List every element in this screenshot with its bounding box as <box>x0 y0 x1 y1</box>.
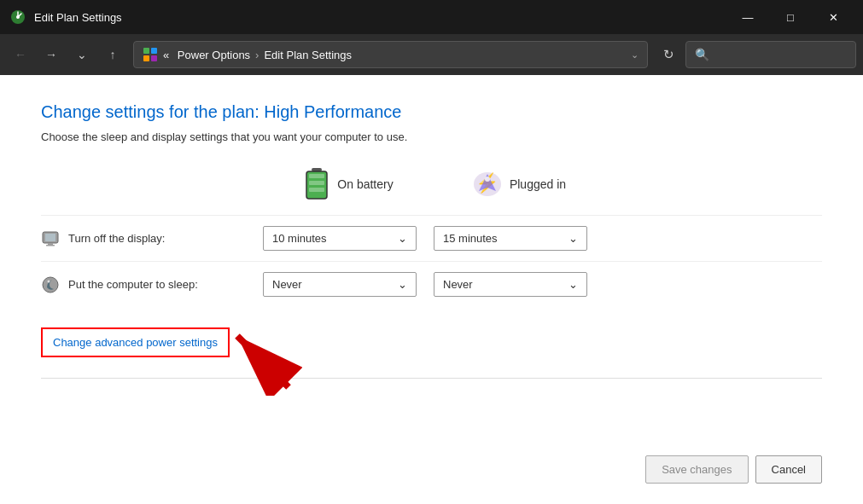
display-plugged-select[interactable]: 15 minutes ⌄ <box>434 226 587 251</box>
svg-rect-16 <box>48 243 53 245</box>
search-icon: 🔍 <box>695 48 709 61</box>
breadcrumb-separator-left: « <box>163 49 172 61</box>
refresh-button[interactable]: ↻ <box>655 41 682 68</box>
column-headers: On battery ⚡ Plugged in <box>41 167 822 215</box>
battery-icon <box>303 167 330 201</box>
back-button[interactable]: ← <box>7 41 34 68</box>
display-battery-select[interactable]: 10 minutes ⌄ <box>263 226 417 251</box>
sleep-battery-select[interactable]: Never ⌄ <box>263 272 417 297</box>
sleep-icon <box>41 275 60 294</box>
on-battery-label: On battery <box>337 177 393 191</box>
forward-button[interactable]: → <box>38 41 65 68</box>
breadcrumb: « Power Options › Edit Plan Settings <box>163 49 352 61</box>
search-box[interactable]: 🔍 <box>685 41 856 68</box>
svg-point-19 <box>48 280 50 282</box>
page-title: Change settings for the plan: High Perfo… <box>41 102 822 122</box>
svg-rect-15 <box>45 234 55 241</box>
sleep-plugged-dropdown[interactable]: Never ⌄ <box>434 272 604 297</box>
breadcrumb-item-1[interactable]: Power Options <box>178 49 250 61</box>
svg-rect-5 <box>151 55 157 61</box>
bottom-bar: Save changes Cancel <box>645 455 822 484</box>
svg-point-18 <box>43 277 58 293</box>
maximize-button[interactable]: □ <box>771 4 810 30</box>
breadcrumb-dropdown-arrow[interactable]: ⌄ <box>631 49 639 61</box>
monitor-icon <box>41 229 60 248</box>
sleep-plugged-arrow: ⌄ <box>569 278 578 291</box>
cancel-button[interactable]: Cancel <box>755 455 822 484</box>
window-title: Edit Plan Settings <box>34 11 122 24</box>
plugged-in-header: ⚡ Plugged in <box>434 171 604 211</box>
svg-rect-8 <box>309 174 324 178</box>
close-button[interactable]: ✕ <box>813 4 853 30</box>
sleep-plugged-select[interactable]: Never ⌄ <box>434 272 587 297</box>
sleep-battery-value: Never <box>272 278 302 291</box>
display-setting-text: Turn off the display: <box>68 232 165 245</box>
display-setting-label: Turn off the display: <box>41 229 263 248</box>
sleep-setting-row: Put the computer to sleep: Never ⌄ Never… <box>41 261 822 307</box>
plugged-in-icon: ⚡ <box>472 171 503 198</box>
display-plugged-dropdown[interactable]: 15 minutes ⌄ <box>434 226 604 251</box>
display-battery-value: 10 minutes <box>272 232 327 245</box>
display-battery-arrow: ⌄ <box>398 232 407 245</box>
sleep-setting-label: Put the computer to sleep: <box>41 275 263 294</box>
title-bar-left: Edit Plan Settings <box>10 9 122 25</box>
svg-rect-3 <box>151 48 157 54</box>
sleep-battery-dropdown[interactable]: Never ⌄ <box>263 272 434 297</box>
display-setting-row: Turn off the display: 10 minutes ⌄ 15 mi… <box>41 215 822 261</box>
svg-point-1 <box>16 15 20 19</box>
recent-button[interactable]: ⌄ <box>68 41 96 68</box>
sleep-plugged-value: Never <box>443 278 473 291</box>
minimize-button[interactable]: — <box>728 4 767 30</box>
title-bar-controls: — □ ✕ <box>728 4 853 30</box>
on-battery-header: On battery <box>263 167 434 215</box>
breadcrumb-item-2: Edit Plan Settings <box>264 49 352 61</box>
display-plugged-value: 15 minutes <box>443 232 498 245</box>
svg-rect-4 <box>143 55 149 61</box>
sleep-setting-text: Put the computer to sleep: <box>68 278 198 291</box>
svg-rect-10 <box>309 188 324 192</box>
main-content: Change settings for the plan: High Perfo… <box>0 75 863 504</box>
sleep-battery-arrow: ⌄ <box>398 278 407 291</box>
svg-rect-9 <box>309 181 324 185</box>
address-path[interactable]: « Power Options › Edit Plan Settings ⌄ <box>133 41 648 68</box>
display-battery-dropdown[interactable]: 10 minutes ⌄ <box>263 226 434 251</box>
title-bar: Edit Plan Settings — □ ✕ <box>0 0 863 34</box>
save-changes-button[interactable]: Save changes <box>645 455 748 484</box>
plugged-in-label: Plugged in <box>510 177 566 191</box>
page-subtitle: Choose the sleep and display settings th… <box>41 130 822 143</box>
address-bar: ← → ⌄ ↑ « Power Options › Edit Plan Sett… <box>0 34 863 75</box>
display-plugged-arrow: ⌄ <box>569 232 578 245</box>
svg-point-13 <box>485 177 490 182</box>
advanced-link-section: Change advanced power settings <box>41 327 822 379</box>
advanced-power-settings-link[interactable]: Change advanced power settings <box>41 327 230 357</box>
svg-rect-17 <box>46 245 55 246</box>
up-button[interactable]: ↑ <box>99 41 126 68</box>
app-icon <box>10 9 26 25</box>
breadcrumb-separator: › <box>255 49 259 61</box>
svg-rect-2 <box>143 48 149 54</box>
control-panel-icon <box>143 47 158 62</box>
